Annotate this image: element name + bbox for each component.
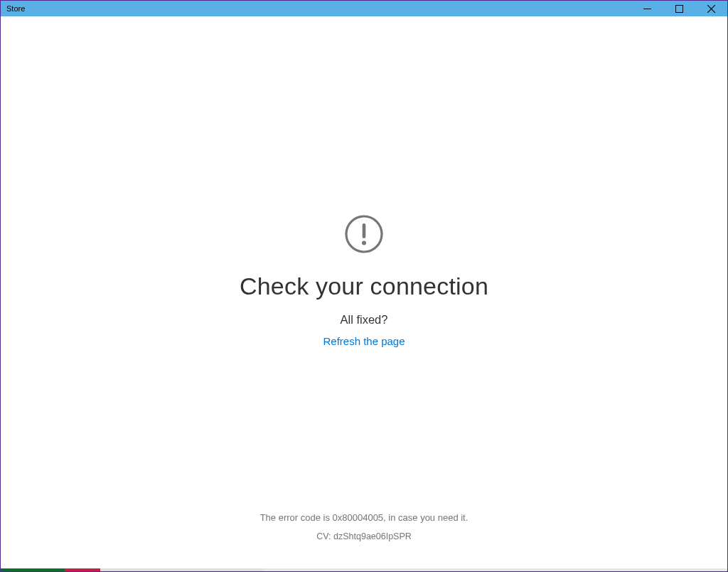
- maximize-button[interactable]: [663, 1, 695, 16]
- taskbar-seg-gray1: [100, 568, 264, 571]
- correlation-vector-text: CV: dzShtq9ae06IpSPR: [316, 531, 412, 541]
- taskbar-seg-green: [1, 568, 65, 571]
- taskbar-sliver: [1, 568, 727, 571]
- close-icon: [707, 5, 715, 13]
- content-area: Check your connection All fixed? Refresh…: [1, 16, 727, 571]
- window-controls: [631, 1, 727, 16]
- maximize-icon: [675, 5, 683, 13]
- taskbar-seg-magenta: [65, 568, 100, 571]
- svg-point-6: [362, 241, 366, 245]
- window-title: Store: [6, 4, 25, 13]
- exclamation-icon: [344, 214, 384, 257]
- error-footer: The error code is 0x80004005, in case yo…: [1, 512, 727, 541]
- svg-rect-5: [363, 223, 366, 238]
- minimize-button[interactable]: [631, 1, 663, 16]
- error-subheading: All fixed?: [341, 313, 388, 327]
- minimize-icon: [643, 5, 651, 13]
- error-heading: Check your connection: [240, 272, 488, 300]
- taskbar-seg-gray2: [264, 568, 727, 571]
- svg-rect-1: [676, 5, 683, 12]
- error-code-text: The error code is 0x80004005, in case yo…: [260, 512, 469, 523]
- close-button[interactable]: [695, 1, 727, 16]
- error-message-block: Check your connection All fixed? Refresh…: [1, 214, 727, 347]
- app-window: Store: [0, 0, 728, 572]
- refresh-link[interactable]: Refresh the page: [323, 335, 405, 347]
- titlebar: Store: [1, 1, 727, 16]
